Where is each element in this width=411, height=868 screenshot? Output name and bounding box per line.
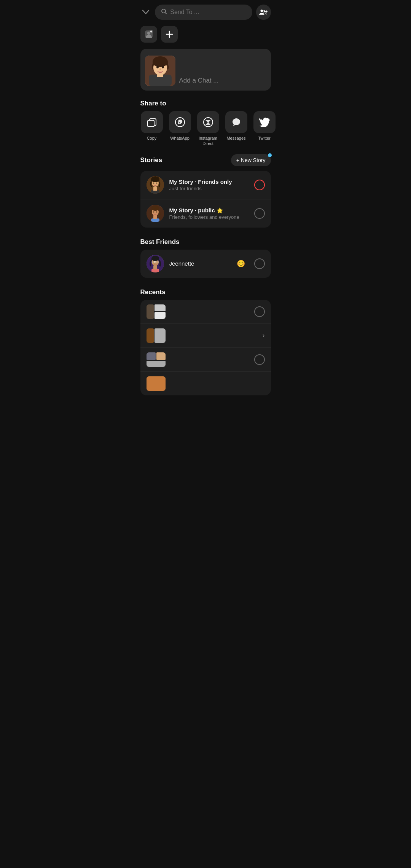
twitter-icon [253, 111, 276, 133]
recent-item-1[interactable] [140, 300, 271, 324]
share-item-whatsapp[interactable]: WhatsApp [169, 111, 191, 147]
whatsapp-icon [169, 111, 191, 133]
chevron-icon[interactable] [140, 8, 151, 17]
story-avatar-friends [147, 176, 164, 194]
new-story-label: + New Story [236, 157, 266, 163]
share-item-copy[interactable]: Copy [140, 111, 163, 147]
friend-emoji-jeennette: 😊 [237, 260, 245, 268]
new-story-button[interactable]: + New Story [231, 154, 271, 166]
copy-label: Copy [147, 135, 157, 141]
recent-item-4[interactable] [140, 372, 271, 395]
share-item-messages[interactable]: Messages [225, 111, 248, 147]
profile-button[interactable] [140, 26, 157, 43]
recent-thumb-3 [147, 352, 166, 367]
recents-list: › [140, 300, 271, 395]
instagram-icon [197, 111, 219, 133]
share-row: Copy WhatsApp InstagramDirect [134, 111, 277, 153]
story-sub-public: Friends, followers and everyone [169, 214, 249, 220]
add-button[interactable] [161, 26, 178, 43]
svg-rect-34 [151, 208, 159, 210]
whatsapp-label: WhatsApp [170, 135, 190, 141]
top-bar [134, 0, 277, 23]
svg-rect-15 [153, 62, 168, 65]
chat-placeholder: Add a Chat ... [179, 77, 219, 86]
search-input[interactable] [170, 9, 246, 16]
friends-list: Jeennette 😊 [140, 250, 271, 278]
svg-point-35 [153, 211, 154, 212]
story-name-friends: My Story · Friends only [169, 178, 249, 185]
search-bar[interactable] [155, 5, 252, 20]
star-badge: ⭐ [217, 207, 223, 213]
svg-rect-19 [148, 120, 154, 127]
messages-icon [225, 111, 247, 133]
friend-name-jeennette: Jeennette [169, 260, 231, 267]
svg-point-36 [156, 211, 157, 212]
story-radio-friends[interactable] [254, 180, 265, 190]
recents-title: Recents [134, 285, 277, 300]
chat-card[interactable]: Add a Chat ... [140, 49, 271, 91]
stories-header: Stories + New Story [134, 153, 277, 171]
search-icon [161, 8, 167, 16]
svg-rect-26 [151, 179, 159, 182]
action-buttons-row [134, 23, 277, 46]
story-avatar-public [147, 205, 164, 222]
copy-icon [141, 111, 163, 133]
svg-rect-30 [153, 187, 157, 191]
best-friends-title: Best Friends [134, 235, 277, 250]
story-info-public: My Story · public ⭐ Friends, followers a… [169, 207, 249, 220]
recent-radio-3[interactable] [254, 354, 265, 365]
story-sub-friends: Just for friends [169, 186, 249, 191]
story-info-friends: My Story · Friends only Just for friends [169, 178, 249, 191]
share-item-twitter[interactable]: Twitter [253, 111, 276, 147]
share-to-title: Share to [134, 97, 277, 111]
svg-point-47 [156, 261, 157, 262]
recent-arrow-2: › [263, 331, 265, 339]
svg-point-17 [162, 66, 164, 68]
story-item-public[interactable]: My Story · public ⭐ Friends, followers a… [140, 199, 271, 228]
recent-item-2[interactable]: › [140, 324, 271, 348]
chat-avatar [145, 56, 175, 86]
recent-item-3[interactable] [140, 348, 271, 372]
twitter-label: Twitter [258, 135, 270, 141]
add-friends-button[interactable] [256, 5, 271, 20]
story-item-friends[interactable]: My Story · Friends only Just for friends [140, 171, 271, 199]
messages-label: Messages [226, 135, 245, 141]
svg-rect-38 [153, 215, 157, 219]
story-radio-public[interactable] [254, 208, 265, 219]
best-friends-section: Best Friends [134, 235, 277, 278]
share-item-instagram[interactable]: InstagramDirect [197, 111, 220, 147]
instagram-label: InstagramDirect [199, 135, 217, 147]
stories-title: Stories [140, 156, 162, 164]
svg-point-28 [156, 182, 157, 183]
recent-thumb-1 [147, 304, 166, 319]
recent-thumb-2 [147, 328, 166, 343]
recent-thumb-4 [147, 376, 166, 391]
svg-rect-42 [151, 258, 159, 260]
share-to-section: Share to Copy WhatsApp [134, 97, 277, 153]
friend-item-jeennette[interactable]: Jeennette 😊 [140, 250, 271, 278]
stories-list: My Story · Friends only Just for friends [140, 171, 271, 228]
svg-rect-49 [153, 266, 157, 269]
friend-radio-jeennette[interactable] [254, 258, 265, 269]
svg-point-46 [153, 261, 153, 262]
new-story-notification-dot [268, 153, 272, 157]
friend-avatar-jeennette [147, 255, 164, 272]
story-name-public: My Story · public ⭐ [169, 207, 249, 213]
recents-section: Recents › [134, 285, 277, 395]
svg-point-27 [153, 182, 154, 183]
recent-radio-1[interactable] [254, 306, 265, 317]
svg-point-18 [159, 68, 161, 70]
svg-point-16 [156, 66, 159, 68]
